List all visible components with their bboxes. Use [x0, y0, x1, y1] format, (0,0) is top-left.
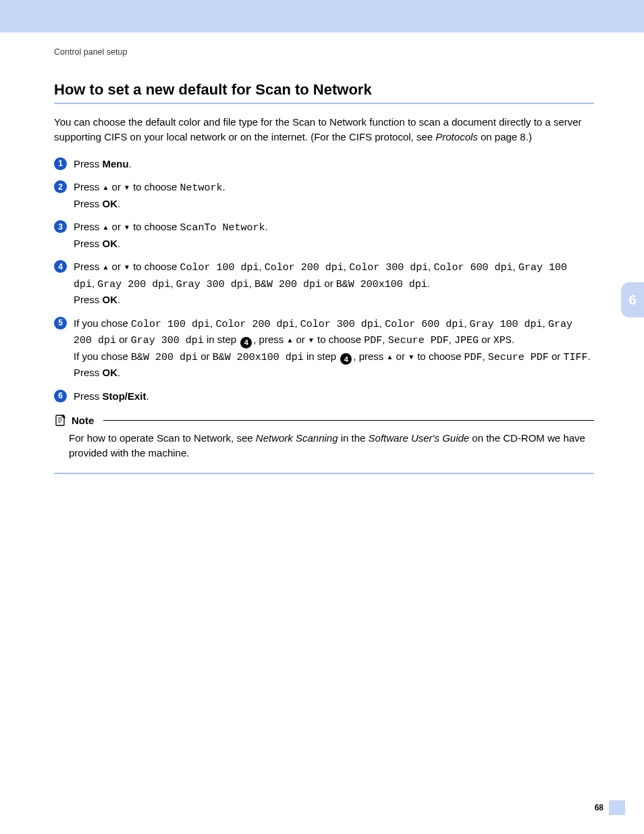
top-header-bar [0, 0, 644, 32]
option-network: Network [180, 182, 222, 194]
step-2: 2 Press ▲ or ▼ to choose Network. Press … [54, 180, 594, 211]
text: Press [74, 221, 103, 232]
text: , [294, 317, 300, 329]
step-4-body: Press ▲ or ▼ to choose Color 100 dpi, Co… [74, 259, 594, 308]
note-ref-1: Network Scanning [256, 432, 338, 444]
step-2-body: Press ▲ or ▼ to choose Network. Press OK… [74, 180, 594, 211]
opt-bw200: B&W 200 dpi [131, 352, 198, 363]
text: , [344, 261, 349, 272]
opt-g300: Gray 300 dpi [131, 335, 204, 346]
opt-g200: Gray 200 dpi [97, 279, 170, 290]
note-block: Note For how to operate Scan to Network,… [54, 413, 594, 474]
down-arrow-icon: ▼ [124, 182, 130, 192]
text: or [293, 334, 308, 345]
text: Press [74, 158, 103, 170]
down-arrow-icon: ▼ [408, 352, 414, 362]
intro-protocols-ref: Protocols [435, 131, 478, 142]
step-1: 1 Press Menu. [54, 157, 594, 172]
text: . [427, 278, 430, 289]
text: in step [204, 334, 240, 345]
ok-key: OK [103, 367, 118, 378]
stop-exit-key: Stop/Exit [103, 390, 146, 402]
text: . [117, 238, 120, 249]
opt-c300: Color 300 dpi [300, 319, 379, 330]
note-label: Note [72, 415, 94, 426]
step-ref-4-icon: 4 [340, 353, 352, 365]
text: to choose [130, 261, 180, 272]
opt-c600: Color 600 dpi [385, 319, 464, 330]
step-bullet-1: 1 [54, 157, 67, 170]
text: . [222, 181, 225, 192]
step-3-body: Press ▲ or ▼ to choose ScanTo Network. P… [74, 219, 594, 251]
text: , [249, 278, 254, 289]
opt-secure-pdf: Secure PDF [388, 335, 449, 346]
text: . [265, 221, 267, 232]
text: . [117, 198, 120, 209]
page-title: How to set a new default for Scan to Net… [54, 81, 594, 99]
up-arrow-icon: ▲ [103, 182, 109, 192]
ok-key: OK [103, 238, 118, 249]
text: . [117, 294, 120, 305]
text: or [321, 278, 336, 289]
text: or [549, 350, 564, 362]
text: or [479, 334, 493, 345]
text: Press [74, 181, 103, 192]
text: , [428, 261, 433, 272]
note-t1: For how to operate Scan to Network, see [69, 432, 256, 444]
note-t2: in the [338, 432, 369, 444]
text: or [109, 181, 124, 192]
text: If you chose [74, 317, 131, 329]
page-number: 68 [595, 803, 603, 812]
option-scanto-network: ScanTo Network [180, 222, 265, 234]
text: Press [74, 198, 103, 209]
opt-c300: Color 300 dpi [349, 262, 428, 273]
text: or [393, 350, 408, 362]
step-bullet-4: 4 [54, 260, 67, 273]
opt-c200: Color 200 dpi [215, 319, 294, 330]
opt-tiff: TIFF [563, 352, 587, 363]
text: or [109, 261, 124, 272]
step-4: 4 Press ▲ or ▼ to choose Color 100 dpi, … [54, 259, 594, 308]
text: , [464, 317, 469, 329]
text: , [482, 350, 487, 362]
text: or [198, 350, 213, 362]
text: , [379, 317, 385, 329]
opt-bw200x100: B&W 200x100 dpi [213, 352, 304, 363]
text: or [109, 221, 124, 232]
step-5-body: If you chose Color 100 dpi, Color 200 dp… [74, 316, 594, 381]
opt-pdf: PDF [364, 335, 382, 346]
text: Press [74, 261, 103, 272]
text: . [512, 334, 514, 345]
down-arrow-icon: ▼ [308, 335, 315, 345]
down-arrow-icon: ▼ [124, 222, 130, 232]
text: Press [74, 238, 103, 249]
step-bullet-5: 5 [54, 317, 67, 330]
text: , [259, 261, 264, 272]
text: to choose [414, 350, 464, 362]
opt-g100: Gray 100 dpi [470, 319, 543, 330]
text: Press [74, 367, 103, 378]
text: to choose [130, 221, 180, 232]
ok-key: OK [103, 294, 118, 305]
text: If you chose [74, 350, 131, 362]
note-header: Note [54, 413, 594, 427]
text: , [513, 261, 518, 272]
down-arrow-icon: ▼ [124, 262, 130, 272]
opt-c100: Color 100 dpi [131, 319, 210, 330]
note-text: For how to operate Scan to Network, see … [69, 431, 594, 461]
up-arrow-icon: ▲ [286, 335, 293, 345]
text: . [146, 390, 149, 402]
note-bottom-rule [54, 473, 594, 474]
text: to choose [130, 181, 180, 192]
step-bullet-3: 3 [54, 220, 67, 233]
steps-list: 1 Press Menu. 2 Press ▲ or ▼ to choose N… [54, 157, 594, 405]
step-5: 5 If you chose Color 100 dpi, Color 200 … [54, 316, 594, 381]
text: or [116, 334, 131, 345]
opt-c200: Color 200 dpi [265, 262, 344, 273]
up-arrow-icon: ▲ [387, 352, 394, 362]
ok-key: OK [103, 198, 118, 209]
text: , [382, 334, 387, 345]
text: to choose [315, 334, 364, 345]
text: , press [353, 350, 386, 362]
menu-key: Menu [103, 158, 129, 170]
